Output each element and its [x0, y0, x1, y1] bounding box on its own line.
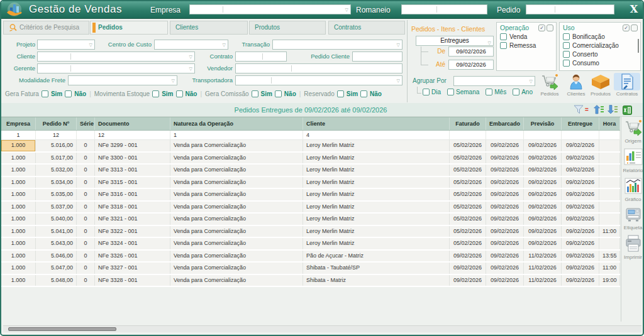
table-cell[interactable]: 05/02/2026	[450, 140, 486, 151]
table-cell[interactable]: Shibata - Matriz	[303, 275, 450, 286]
tab-contratos[interactable]: Contratos	[328, 21, 405, 35]
table-cell[interactable]	[599, 140, 620, 151]
table-cell[interactable]: 05/02/2026	[450, 238, 486, 249]
table-cell[interactable]: 09/02/2026	[524, 177, 562, 188]
empresa-input[interactable]	[189, 4, 351, 14]
scrollbar-thumb[interactable]	[8, 327, 116, 331]
table-cell[interactable]: 09/02/2026	[486, 263, 524, 274]
group-by-semana[interactable]: Semana	[447, 89, 479, 95]
table-cell[interactable]: Leroy Merlin Matriz	[303, 153, 450, 164]
table-cell[interactable]: 09/02/2026	[524, 189, 562, 200]
table-cell[interactable]: 0	[77, 275, 95, 286]
table-cell[interactable]: 05/02/2026	[450, 153, 486, 164]
table-cell[interactable]: 5.037,00	[36, 202, 77, 213]
table-cell[interactable]: 1.000	[1, 165, 36, 176]
table-cell[interactable]: 11/02/2026	[524, 263, 562, 274]
checkbox[interactable]	[513, 89, 519, 95]
table-cell[interactable]: 09/02/2026	[562, 177, 599, 188]
table-cell[interactable]: 1.000	[1, 202, 36, 213]
column-header-hora[interactable]: Hora	[599, 117, 620, 130]
romaneio-input[interactable]	[401, 4, 487, 14]
checkbox[interactable]	[500, 42, 507, 49]
table-cell[interactable]: 09/02/2026	[562, 140, 599, 151]
sidebar-button-grafico[interactable]: Gráfico	[621, 178, 644, 202]
column-header-cliente[interactable]: Cliente	[303, 117, 450, 130]
tab-criterios-de-pesquisa[interactable]: Critérios de Pesquisa	[3, 21, 89, 35]
checkbox-gera-fatura-nao[interactable]	[65, 90, 72, 97]
table-cell[interactable]: 09/02/2026	[486, 140, 524, 151]
table-row[interactable]: 1.0005.035,000NFe 3316 - 001Venda para C…	[1, 189, 620, 202]
column-header-entregue[interactable]: Entregue	[562, 117, 599, 130]
uso-option-conserto[interactable]: Conserto	[560, 50, 640, 58]
checkbox[interactable]	[563, 42, 570, 49]
table-cell[interactable]: NFe 3300 - 001	[95, 153, 170, 164]
table-cell[interactable]: 1.000	[1, 263, 36, 274]
table-cell[interactable]: NFe 3324 - 001	[95, 238, 170, 249]
centro-custo-select[interactable]	[154, 40, 228, 50]
table-cell[interactable]: 09/02/2026	[486, 214, 524, 225]
table-cell[interactable]: 5.016,00	[36, 140, 77, 151]
table-cell[interactable]: 0	[77, 226, 95, 237]
table-cell[interactable]: 09/02/2026	[450, 275, 486, 286]
check-all-icon[interactable]: ✓	[623, 24, 630, 31]
table-row[interactable]: 1.0005.043,000NFe 3324 - 001Venda para C…	[1, 238, 620, 251]
table-cell[interactable]: 13:55	[599, 251, 620, 262]
table-cell[interactable]: 09/02/2026	[562, 263, 599, 274]
column-header-documento[interactable]: Documento	[95, 117, 170, 130]
table-cell[interactable]: 09/02/2026	[524, 226, 562, 237]
table-cell[interactable]: 09/02/2026	[486, 153, 524, 164]
checkbox-movimenta-estoque-sim[interactable]	[152, 90, 159, 97]
de-date-input[interactable]: 09/02/2026	[448, 46, 494, 57]
close-button[interactable]: X	[627, 3, 641, 16]
pedido-cliente-input[interactable]	[352, 51, 402, 62]
table-cell[interactable]: NFe 3316 - 001	[95, 189, 170, 200]
table-cell[interactable]: 05/02/2026	[450, 226, 486, 237]
table-cell[interactable]: 5.047,00	[36, 263, 77, 274]
table-cell[interactable]: 05/02/2026	[450, 189, 486, 200]
table-cell[interactable]: NFe 3326 - 001	[95, 251, 170, 262]
contrato-input[interactable]	[235, 51, 287, 62]
agrupar-por-select[interactable]	[453, 76, 535, 86]
table-cell[interactable]: NFe 3313 - 001	[95, 165, 170, 176]
checkbox-gera-fatura-sim[interactable]	[42, 90, 48, 97]
table-cell[interactable]: 5.040,00	[36, 214, 77, 225]
table-cell[interactable]: 09/02/2026	[486, 189, 524, 200]
sidebar-button-etiqueta[interactable]: Etiqueta	[621, 207, 644, 230]
table-cell[interactable]: Venda para Comercialização	[170, 165, 303, 176]
table-cell[interactable]: Venda para Comercialização	[170, 251, 303, 262]
table-cell[interactable]: NFe 3322 - 001	[95, 226, 170, 237]
vendedor-input[interactable]	[235, 63, 402, 73]
column-header-serie[interactable]: Série	[77, 117, 95, 130]
table-cell[interactable]: 1.000	[1, 177, 36, 188]
table-row[interactable]: 1.0005.037,000NFe 3318 - 001Venda para C…	[1, 202, 620, 214]
checkbox-gera-comissao-sim[interactable]	[252, 90, 258, 97]
checkbox[interactable]	[563, 51, 570, 58]
table-cell[interactable]: 09/02/2026	[450, 251, 486, 262]
group-by-mes[interactable]: Mês	[486, 89, 506, 95]
table-cell[interactable]: 5.048,00	[36, 275, 77, 286]
checkbox-reservado-sim[interactable]	[337, 90, 344, 97]
ate-date-input[interactable]: 09/02/2026	[448, 60, 494, 70]
checkbox[interactable]	[500, 33, 507, 40]
table-cell[interactable]: 09/02/2026	[524, 140, 562, 151]
checkbox[interactable]	[423, 89, 430, 95]
uncheck-all-icon[interactable]	[547, 24, 553, 31]
table-cell[interactable]: 0	[77, 165, 95, 176]
table-cell[interactable]: 1.000	[1, 275, 36, 286]
tab-pedidos[interactable]: Pedidos	[90, 21, 168, 35]
table-cell[interactable]: 5.017,00	[36, 153, 77, 164]
checkbox-gera-comissao-nao[interactable]	[275, 90, 282, 97]
table-cell[interactable]: 19:00	[599, 275, 620, 286]
table-cell[interactable]: Venda para Comercialização	[170, 275, 303, 286]
column-header-previsao[interactable]: Previsão	[524, 117, 562, 130]
table-cell[interactable]: NFe 3315 - 001	[95, 177, 170, 188]
table-cell[interactable]: 09/02/2026	[486, 177, 524, 188]
table-row[interactable]: 1.0005.048,000NFe 3328 - 001Venda para C…	[1, 275, 620, 288]
table-cell[interactable]: Leroy Merlin Matriz	[303, 214, 450, 225]
table-cell[interactable]: 1.000	[1, 214, 36, 225]
tab-clientes[interactable]: Clientes	[170, 21, 248, 35]
filter-equals-icon[interactable]: =	[585, 106, 589, 113]
table-cell[interactable]: 5.034,00	[36, 177, 77, 188]
table-cell[interactable]: 09/02/2026	[450, 263, 486, 274]
gerente-select[interactable]	[37, 63, 195, 73]
